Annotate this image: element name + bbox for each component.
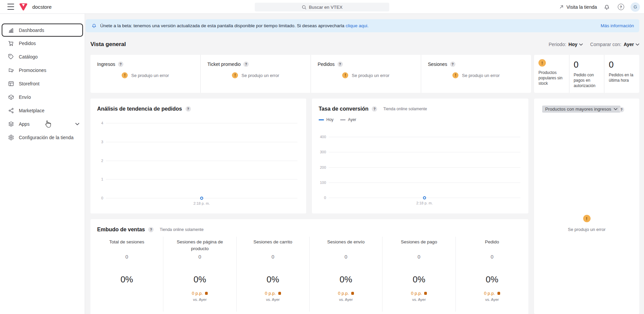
notifications-button[interactable] <box>602 3 611 11</box>
chevron-down-icon <box>75 122 79 126</box>
sidebar-item-promociones[interactable]: Promociones <box>0 64 85 77</box>
legend-swatch <box>319 119 324 120</box>
chart-plot-area: 400 300 200 100 0 2:18 p. m. <box>329 137 520 198</box>
page-title: Vista general <box>90 41 126 48</box>
sidebar-item-label: Promociones <box>19 68 46 73</box>
help-icon[interactable]: ? <box>372 106 377 112</box>
help-icon[interactable]: ? <box>450 62 455 67</box>
funnel-col-carrito: Sesiones de carrito 0 0% 0 p.p. vs. Ayer <box>236 237 309 312</box>
compare-select[interactable]: Ayer <box>623 42 639 47</box>
data-point[interactable] <box>423 196 426 199</box>
tag-icon <box>8 54 14 60</box>
error-text: Se produjo un error <box>352 73 389 78</box>
funnel-pp: 0 p.p. <box>338 291 349 296</box>
compare-label: Comparar con: <box>590 42 621 47</box>
help-icon[interactable]: ? <box>243 62 249 67</box>
sidebar-item-label: Dashboards <box>19 28 44 33</box>
sales-funnel-card: Embudo de ventas ? Tienda online solamen… <box>90 219 528 314</box>
funnel-percent: 0% <box>460 274 524 285</box>
kpi-title: Ingresos <box>97 62 115 67</box>
data-point[interactable] <box>200 197 203 200</box>
help-icon[interactable]: ? <box>118 62 123 67</box>
chart-plot-area: 4 3 2 1 0 2:18 p. m. <box>106 123 297 198</box>
conversion-rate-chart: Tasa de conversión ? Tienda online solam… <box>312 99 528 213</box>
chart-subtitle: Tienda online solamente <box>383 107 427 111</box>
warning-icon: ! <box>583 215 591 222</box>
help-icon[interactable]: ? <box>337 62 343 67</box>
sidebar-item-configuracion[interactable]: Configuración de la tienda <box>0 131 85 144</box>
menu-icon[interactable] <box>7 4 14 10</box>
sidebar-item-dashboards[interactable]: Dashboards <box>2 24 83 37</box>
banner-link[interactable]: clique aqui. <box>346 23 368 28</box>
funnel-percent: 0% <box>95 274 158 285</box>
sidebar-item-envio[interactable]: Envío <box>0 90 85 104</box>
funnel-vs: vs. Ayer <box>241 298 305 302</box>
sidebar-item-label: Pedidos <box>19 41 36 46</box>
help-icon[interactable]: ? <box>186 106 191 112</box>
chart-legend: Hoy Ayer <box>319 117 356 122</box>
cart-icon <box>8 40 14 46</box>
funnel-col-total-sesiones: Total de sesiones 0 0% <box>90 237 163 312</box>
funnel-col-pago: Sesiones de pago 0 0% 0 p.p. vs. Ayer <box>382 237 455 312</box>
sidebar-item-apps[interactable]: Apps <box>0 117 85 131</box>
visit-store-button[interactable]: Visita la tienda <box>559 4 597 10</box>
legend-item-ayer[interactable]: Ayer <box>340 117 356 122</box>
sidebar-item-label: Apps <box>19 121 30 127</box>
sidebar-item-storefront[interactable]: Storefront <box>0 77 85 90</box>
more-info-link[interactable]: Más información <box>601 23 634 28</box>
help-icon[interactable]: ? <box>619 107 624 112</box>
funnel-value: 0 <box>314 254 377 260</box>
funnel-value: 0 <box>168 254 231 260</box>
store-name: docstore <box>32 4 52 10</box>
funnel-vs: vs. Ayer <box>460 298 524 302</box>
topbar: docstore Buscar en VTEX Visita la tienda… <box>0 0 644 14</box>
y-axis-tick: 100 <box>320 181 326 185</box>
y-axis-tick: 0 <box>101 196 103 200</box>
y-axis-tick: 400 <box>320 135 326 139</box>
beta-banner: Únete a la beta: tenemos una versión act… <box>86 19 639 32</box>
top-products-dropdown[interactable]: Productos con mayores ingresos <box>542 106 620 113</box>
funnel-vs: vs. Ayer <box>387 298 450 302</box>
sidebar-item-label: Configuración de la tienda <box>19 135 74 140</box>
pp-marker-icon <box>351 292 354 295</box>
legend-item-hoy[interactable]: Hoy <box>319 117 333 122</box>
chevron-down-icon <box>614 107 617 111</box>
funnel-subtitle: Tienda online solamente <box>160 227 203 232</box>
y-axis-tick: 3 <box>101 140 103 144</box>
visit-store-label: Visita la tienda <box>566 4 597 10</box>
page-header: Vista general Periodo: Hoy Comparar con:… <box>90 40 639 48</box>
layers-icon <box>8 121 14 127</box>
gear-icon <box>8 134 14 141</box>
funnel-value: 0 <box>460 254 524 260</box>
warning-icon: ! <box>232 72 238 78</box>
funnel-pp: 0 p.p. <box>192 291 203 296</box>
x-axis-tick: 2:18 p. m. <box>416 201 433 205</box>
period-filter: Periodo: Hoy <box>549 42 583 47</box>
funnel-title: Embudo de ventas <box>97 227 145 233</box>
box-icon <box>8 94 14 100</box>
period-select[interactable]: Hoy <box>568 42 582 47</box>
funnel-pp: 0 p.p. <box>484 291 495 296</box>
top-products-panel: Productos con mayores ingresos ? ! Se pr… <box>534 99 639 314</box>
error-text: Se produjo un error <box>241 73 279 78</box>
help-icon[interactable]: ? <box>148 227 154 232</box>
sidebar-item-marketplace[interactable]: Marketplace <box>0 104 85 117</box>
layout-icon <box>8 81 14 87</box>
sidebar-item-label: Envío <box>19 94 31 100</box>
sidebar-item-pedidos[interactable]: Pedidos <box>0 37 85 50</box>
stat-value: 0 <box>609 60 636 69</box>
sidebar-item-label: Marketplace <box>19 108 44 113</box>
funnel-percent: 0% <box>241 274 305 285</box>
help-button[interactable]: ? <box>616 3 625 11</box>
stat-value: 0 <box>574 60 601 69</box>
avatar[interactable]: G <box>631 2 640 12</box>
megaphone-icon <box>8 67 14 73</box>
y-axis-tick: 1 <box>101 177 103 181</box>
pp-marker-icon <box>278 292 281 295</box>
funnel-label: Pedido <box>460 239 524 252</box>
search-input[interactable]: Buscar en VTEX <box>255 3 389 11</box>
sidebar-item-catalogo[interactable]: Catálogo <box>0 50 85 64</box>
quick-stats-card: ! Productos populares sin stock 0 Pedido… <box>534 55 639 93</box>
period-label: Periodo: <box>549 42 566 47</box>
kpi-card-row: Ingresos? !Se produjo un error Ticket pr… <box>90 55 531 93</box>
